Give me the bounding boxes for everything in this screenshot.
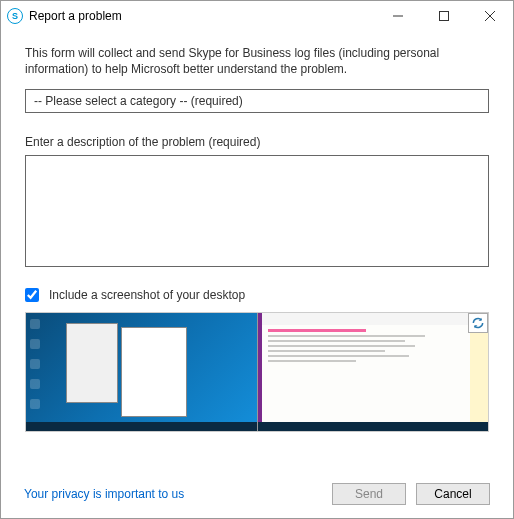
monitor-1-thumb: [26, 313, 257, 431]
refresh-icon: [468, 313, 488, 333]
window-title: Report a problem: [29, 9, 122, 23]
description-input[interactable]: [25, 155, 489, 267]
skype-business-icon: S: [7, 8, 23, 24]
titlebar: S Report a problem: [1, 1, 513, 31]
screenshot-preview: [25, 312, 489, 432]
close-button[interactable]: [467, 1, 513, 31]
include-screenshot-label[interactable]: Include a screenshot of your desktop: [49, 288, 245, 302]
category-select[interactable]: -- Please select a category -- (required…: [25, 89, 489, 113]
window-controls: [375, 1, 513, 31]
dialog-content: This form will collect and send Skype fo…: [1, 31, 513, 442]
dialog-footer: Your privacy is important to us Send Can…: [24, 483, 490, 505]
include-screenshot-checkbox[interactable]: [25, 288, 39, 302]
description-label: Enter a description of the problem (requ…: [25, 135, 489, 149]
cancel-button[interactable]: Cancel: [416, 483, 490, 505]
minimize-button[interactable]: [375, 1, 421, 31]
monitor-2-thumb: [257, 313, 489, 431]
send-button[interactable]: Send: [332, 483, 406, 505]
intro-text: This form will collect and send Skype fo…: [25, 45, 489, 77]
privacy-link[interactable]: Your privacy is important to us: [24, 487, 184, 501]
svg-rect-1: [440, 12, 449, 21]
maximize-button[interactable]: [421, 1, 467, 31]
